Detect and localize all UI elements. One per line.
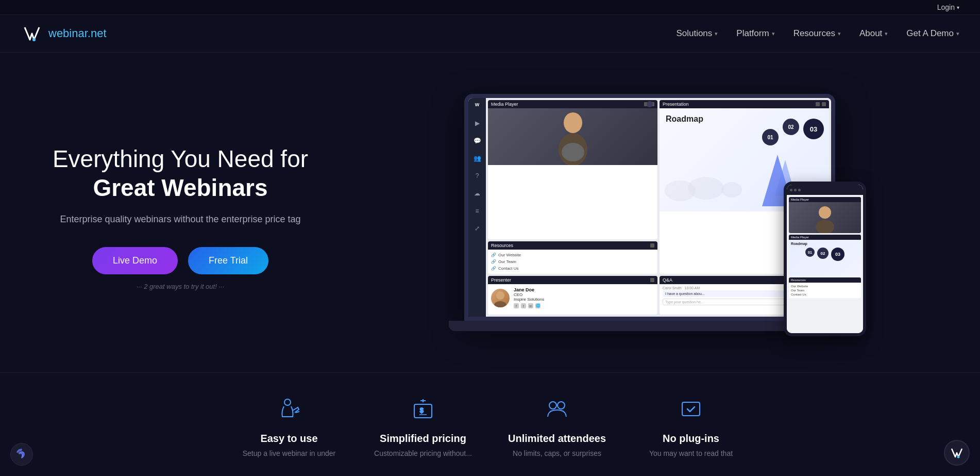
wb-sidebar: W ▶ 💬 👥 ? ☁ ≡ ⤢ [468,98,486,317]
rm-circle-02: 02 [783,119,799,135]
wb-sidebar-video: ▶ [471,118,483,129]
wb-sidebar-list: ≡ [471,205,483,217]
ctrl-pres-min [650,278,654,282]
feature-simplified-pricing: $ Simplified pricing Customizable pricin… [356,393,490,459]
svg-point-13 [284,399,291,405]
wb-presenter-content: Jane Doe CEO Inspire Solutions f t in 🌐 [488,284,657,311]
mobile-top-bar [787,185,863,195]
logo-area[interactable]: webinar.net [21,22,107,45]
wb-panels: Media Player [486,98,831,317]
wb-presentation-header: Presentation [660,100,829,108]
mobile-video-person [809,202,840,233]
wb-presenter-name: Jane Doe [514,287,544,292]
svg-point-1 [564,112,582,133]
wb-sidebar-share: ⤢ [471,223,483,234]
wb-globe-icon: 🌐 [535,303,540,308]
hero-left: Everything You Need for Great Webinars E… [31,145,350,290]
fingerprint-button[interactable] [10,443,33,466]
feature-pricing-icon: $ [408,393,438,424]
wb-facebook-icon: f [514,303,519,308]
feature-easy-icon [274,393,305,424]
feature-pricing-title: Simplified pricing [380,433,466,445]
svg-point-6 [721,182,742,198]
feature-noplugin-desc: You may want to read that [649,449,733,459]
wb-presenter-controls [650,278,654,282]
svg-point-3 [562,143,584,161]
hero-subtitle: Enterprise quality webinars without the … [31,212,330,226]
wb-media-image [488,108,657,165]
svg-point-12 [816,220,834,233]
logo-text: webinar.net [48,27,107,40]
wb-logo-icon: W [475,102,480,107]
mobile-rm-03: 03 [831,248,844,261]
feature-attendees-title: Unlimited attendees [508,433,606,445]
wb-resources-panel: Resources 🔗 Our Website [488,241,657,274]
login-chevron: ▾ [957,5,959,10]
mobile-resources-list: Our Website Our Team Contact Us [789,283,861,298]
bottom-logo-button[interactable] [944,440,970,466]
wb-sidebar-cloud: ☁ [471,188,483,199]
wb-presenter-avatar [491,289,510,307]
mobile-res-3: Contact Us [791,292,859,297]
svg-point-11 [819,206,831,219]
svg-point-5 [688,177,724,200]
mobile-dot-3 [798,189,801,191]
feature-pricing-desc: Customizable pricing without... [374,449,472,459]
wb-twitter-icon: t [521,303,526,308]
ctrl-min2 [816,102,820,106]
mobile-mockup: Media Player Media Player Roadmap [784,182,866,336]
wb-pres-controls [816,102,826,106]
live-demo-button[interactable]: Live Demo [92,247,178,274]
mobile-rm-02: 02 [817,248,829,259]
mobile-dot-1 [790,189,792,191]
wb-res-controls [650,243,654,248]
mobile-res-2: Our Team [791,288,859,292]
wb-social-icons: f t in 🌐 [514,303,544,308]
noplugin-icon [678,396,704,422]
resource-link-icon-2: 🔗 [491,259,496,264]
hero-right: W ▶ 💬 👥 ? ☁ ≡ ⤢ Media [350,94,949,341]
nav-resources[interactable]: Resources ▾ [793,28,841,39]
feature-attendees-icon [542,393,572,424]
rm-circle-03: 03 [803,119,824,139]
mobile-roadmap-panel: Media Player Roadmap 01 02 03 [789,235,861,276]
resource-link-icon-3: 🔗 [491,266,496,271]
feature-no-plugins: No plug-ins You may want to read that [624,393,758,459]
wb-resource-item-3: 🔗 Contact Us [491,265,654,272]
mobile-resources-panel: Resources Our Website Our Team Contact U… [789,277,861,298]
mobile-rm-01: 01 [805,248,815,257]
mobile-video-header: Media Player [789,197,861,202]
wb-presenter-panel: Presenter [488,276,657,315]
hero-title: Everything You Need for Great Webinars [31,145,330,202]
svg-point-17 [557,402,565,409]
login-button[interactable]: Login ▾ [937,3,959,11]
laptop-notch [647,101,653,107]
nav-platform[interactable]: Platform ▾ [736,28,774,39]
logo-icon [21,22,43,45]
wb-presenter-info: Jane Doe CEO Inspire Solutions f t in 🌐 [514,287,544,308]
feature-noplugin-title: No plug-ins [663,433,719,445]
nav-solutions[interactable]: Solutions ▾ [676,28,718,39]
presenter-avatar-img [491,289,510,307]
wb-presenter-header: Presenter [488,276,657,284]
nav-links: Solutions ▾ Platform ▾ Resources ▾ About… [676,28,959,39]
pricing-icon: $ [410,396,436,422]
wb-presenter-title: CEO [514,292,544,297]
free-trial-button[interactable]: Free Trial [188,247,268,274]
feature-attendees-desc: No limits, caps, or surprises [513,449,601,459]
feature-unlimited-attendees: Unlimited attendees No limits, caps, or … [490,393,624,459]
feature-easy-to-use: Easy to use Setup a live webinar in unde… [222,393,356,459]
feature-easy-title: Easy to use [260,433,317,445]
svg-text:$: $ [420,407,424,414]
wb-sidebar-help: ? [471,170,483,182]
nav-about[interactable]: About ▾ [859,28,888,39]
hero-section: Everything You Need for Great Webinars E… [0,53,980,372]
nav-get-demo[interactable]: Get A Demo ▾ [906,28,959,39]
wb-resource-item-2: 🔗 Our Team [491,258,654,265]
top-bar: Login ▾ [0,0,980,15]
mobile-roadmap-header: Media Player [789,235,861,240]
webinar-ui: W ▶ 💬 👥 ? ☁ ≡ ⤢ Media [468,98,831,317]
mobile-res-1: Our Website [791,284,859,288]
login-label: Login [937,3,955,11]
hero-buttons: Live Demo Free Trial [31,247,330,274]
